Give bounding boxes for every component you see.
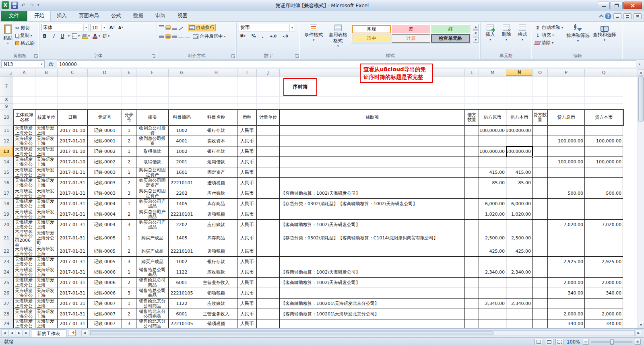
cell-Q29[interactable]: 340.00	[585, 319, 623, 328]
cell-G9[interactable]	[169, 104, 195, 109]
cell-O11[interactable]	[533, 126, 548, 136]
cell-H19[interactable]: 进项税额	[195, 209, 237, 220]
cell-F24[interactable]: 销售给总公司商品	[136, 267, 169, 278]
copy-dropdown-icon[interactable]: ▾	[31, 34, 32, 37]
cell-D14[interactable]: 记账-0002	[88, 157, 122, 167]
cell-L15[interactable]	[465, 167, 479, 178]
cell-P12[interactable]: 100,000.00	[548, 136, 585, 146]
cell-L23[interactable]	[465, 257, 479, 267]
paste-button[interactable]: 粘贴 ▾	[3, 24, 13, 47]
cell-B12[interactable]: 天海研发上海	[35, 136, 58, 146]
cell-C7[interactable]	[58, 76, 88, 97]
cell-B26[interactable]: 天海研发上海	[35, 288, 58, 299]
tab-data[interactable]: 数据	[127, 11, 149, 21]
clear-dropdown-icon[interactable]: ▾	[552, 41, 553, 45]
cell-A20[interactable]: 天海研发上海分公	[13, 220, 35, 230]
horizontal-scrollbar[interactable]: ◀ ▶	[81, 330, 643, 336]
align-left-button[interactable]	[159, 34, 164, 39]
cell-L14[interactable]	[465, 157, 479, 167]
cell-L19[interactable]	[465, 209, 479, 220]
row-header-23[interactable]: 23	[0, 257, 13, 267]
cell-L7[interactable]	[465, 76, 479, 97]
cell-Q14[interactable]: 100,000.00	[585, 157, 623, 167]
cell-J11[interactable]	[257, 126, 280, 136]
cell-E8[interactable]	[122, 97, 136, 104]
close-button[interactable]	[623, 2, 642, 9]
cell-D21[interactable]: 记账-0005	[88, 230, 122, 246]
cell-F28[interactable]: 销售给北京分公司商品	[136, 309, 169, 319]
cell-Q25[interactable]: 2,000.00	[585, 278, 623, 288]
cell-F11[interactable]: 收到总公司投资	[136, 126, 169, 136]
cell-J16[interactable]	[257, 178, 280, 188]
cell-L24[interactable]	[465, 267, 479, 278]
paste-dropdown-icon[interactable]: ▾	[7, 42, 8, 45]
cell-E15[interactable]: 1	[122, 167, 136, 178]
cell-H8[interactable]	[195, 97, 237, 104]
cell-I8[interactable]	[237, 97, 257, 104]
cell-B28[interactable]: 天海研发上海	[35, 309, 58, 319]
sheet-tab-active[interactable]: 新的工作表	[31, 330, 66, 337]
cell-Q22[interactable]	[585, 246, 623, 257]
cell-Q20[interactable]: 7,020.00	[585, 220, 623, 230]
cell-J24[interactable]	[257, 267, 280, 278]
wrap-text-button[interactable]: 自动换行	[188, 24, 216, 31]
cell-K13[interactable]	[280, 146, 465, 157]
cell-D29[interactable]: 记账-0007	[88, 319, 122, 328]
cell-I14[interactable]: 人民币	[237, 157, 257, 167]
tab-review[interactable]: 审阅	[149, 11, 171, 21]
cell-G22[interactable]: 22210101	[169, 246, 195, 257]
cell-I18[interactable]: 人民币	[237, 199, 257, 209]
cell-P16[interactable]	[548, 178, 585, 188]
cell-C15[interactable]: 2017-01-31	[58, 167, 88, 178]
cell-I27[interactable]: 人民币	[237, 299, 257, 309]
cell-O12[interactable]	[533, 136, 548, 146]
vertical-scrollbar-thumb[interactable]	[638, 76, 644, 122]
cell-A29[interactable]: 天海研发上海分公	[13, 319, 35, 328]
cell-O22[interactable]	[533, 246, 548, 257]
column-header-G[interactable]: G	[169, 69, 195, 76]
cell-D19[interactable]: 记账-0004	[88, 209, 122, 220]
cell-E24[interactable]: 1	[122, 267, 136, 278]
cell-A27[interactable]: 天海研发上海分公	[13, 299, 35, 309]
shrink-font-button[interactable]: A▾	[117, 25, 124, 30]
cell-D15[interactable]: 记账-0003	[88, 167, 122, 178]
cell-A18[interactable]: 天海研发上海分公	[13, 199, 35, 209]
cell-H13[interactable]: 银行存款	[195, 146, 237, 157]
cell-H16[interactable]: 进项税额	[195, 178, 237, 188]
workbook-minimize-button[interactable]	[613, 13, 621, 19]
cell-E14[interactable]: 2	[122, 157, 136, 167]
cell-L17[interactable]	[465, 188, 479, 199]
bottom-align-button[interactable]	[172, 25, 177, 30]
cell-N18[interactable]: 6,000.00	[506, 199, 533, 209]
cell-K22[interactable]	[280, 246, 465, 257]
normal-view-button[interactable]	[535, 339, 543, 345]
cell-E16[interactable]: 2	[122, 178, 136, 188]
cell-M15[interactable]: 415.00	[479, 167, 506, 178]
cell-G19[interactable]: 22210101	[169, 209, 195, 220]
cell-E23[interactable]: 3	[122, 257, 136, 267]
cell-M29[interactable]	[479, 319, 506, 328]
row-header-7[interactable]: 7	[0, 76, 13, 97]
cell-Q17[interactable]: 500.00	[585, 188, 623, 199]
cell-O15[interactable]	[533, 167, 548, 178]
cell-N28[interactable]	[506, 309, 533, 319]
cell-E17[interactable]: 3	[122, 188, 136, 199]
cell-F23[interactable]: 购买产成品	[136, 257, 169, 267]
cell-H14[interactable]: 短期借款	[195, 157, 237, 167]
cell-C10[interactable]: 日期	[58, 109, 88, 126]
row-header-21[interactable]: 21	[0, 230, 13, 246]
cell-D17[interactable]: 记账-0003	[88, 188, 122, 199]
cell-I16[interactable]: 人民币	[237, 178, 257, 188]
cell-D22[interactable]: 记账-0005	[88, 246, 122, 257]
cell-J17[interactable]	[257, 188, 280, 199]
column-header-F[interactable]: F	[136, 69, 169, 76]
cell-G29[interactable]: 22210105	[169, 319, 195, 328]
cell-M24[interactable]: 2,340.00	[479, 267, 506, 278]
cell-Q28[interactable]: 2,000.00	[585, 309, 623, 319]
cell-Q27[interactable]	[585, 299, 623, 309]
row-header-16[interactable]: 16	[0, 178, 13, 188]
cell-B24[interactable]: 天海研发上海	[35, 267, 58, 278]
cell-D18[interactable]: 记账-0004	[88, 199, 122, 209]
cell-K23[interactable]	[280, 257, 465, 267]
cell-N20[interactable]	[506, 220, 533, 230]
